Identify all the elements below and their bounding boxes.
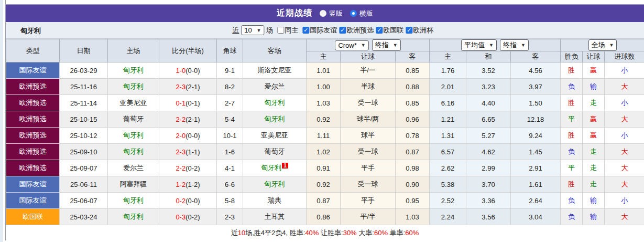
col-header-avg-draw: 和 bbox=[466, 51, 511, 62]
away-team-name: 亚美尼亚 bbox=[261, 131, 288, 139]
league-label: 欧洲杯 bbox=[413, 26, 433, 35]
page: 近期战绩 竖版 横版 匈牙利 近 10 ▼ 场 同主 bbox=[0, 0, 644, 242]
away-team: 匈牙利 bbox=[243, 111, 307, 128]
handicap-result-label: 输 bbox=[583, 79, 605, 95]
corner-count: 4-1 bbox=[217, 160, 243, 176]
same-home-checkbox[interactable]: 同主 bbox=[277, 26, 298, 35]
summary-highlight: 30% bbox=[343, 229, 357, 237]
match-date: 25-10-12 bbox=[60, 128, 108, 144]
score-cell: 2-3(1-1) bbox=[159, 144, 217, 160]
bookmaker-select[interactable]: Crow* ▼ bbox=[335, 40, 368, 50]
col-header-type: 类型 bbox=[6, 39, 60, 62]
league-checkbox[interactable]: ✓欧洲预选 bbox=[339, 26, 374, 35]
checkbox-checked-icon[interactable]: ✓ bbox=[406, 27, 412, 34]
near-link[interactable]: 近 bbox=[232, 26, 239, 35]
score-cell: 2-2(2-1) bbox=[159, 111, 217, 128]
competition-badge: 欧洲预选 bbox=[6, 160, 60, 176]
match-count-select[interactable]: 10 ▼ bbox=[241, 25, 264, 35]
fulltime-score: 2-0 bbox=[176, 132, 185, 140]
handicap-result-label: 赢 bbox=[583, 62, 605, 79]
results-body: 国际友谊26-03-29匈牙利1-0(0-0)9-1斯洛文尼亚1.01半/一0.… bbox=[6, 62, 644, 225]
summary-highlight: 60% bbox=[405, 229, 419, 237]
handicap-away-odds: 0.78 bbox=[396, 128, 430, 144]
match-row: 欧洲预选25-09-10匈牙利2-3(1-1)1-6葡萄牙1.02受一球0.87… bbox=[6, 144, 644, 160]
handicap-result-label: 走 bbox=[583, 176, 605, 193]
corner-count: 9-1 bbox=[217, 62, 243, 79]
away-team: 匈牙利 bbox=[243, 176, 307, 193]
same-home-label: 同主 bbox=[285, 26, 298, 35]
team-name: 匈牙利 bbox=[20, 26, 41, 36]
competition-badge: 国际友谊 bbox=[6, 193, 60, 209]
radio-checked-icon[interactable] bbox=[350, 10, 357, 17]
avg-away-odds: 9.24 bbox=[511, 128, 561, 144]
checkbox-checked-icon[interactable]: ✓ bbox=[376, 27, 383, 34]
handicap-result-label: 输 bbox=[583, 193, 605, 209]
bookmaker-time-select[interactable]: 终指 ▼ bbox=[372, 39, 401, 51]
avg-draw-odds: 2.99 bbox=[466, 160, 511, 176]
handicap-line: 球半/两 bbox=[341, 111, 396, 128]
goals-result-label: 小 bbox=[605, 62, 644, 79]
score-cell: 0-2(0-0) bbox=[159, 193, 217, 209]
away-team-name: 葡萄牙 bbox=[265, 148, 285, 155]
home-team-name: 葡萄牙 bbox=[123, 115, 144, 123]
chevron-down-icon: ▼ bbox=[521, 43, 526, 48]
halftime-score: (0-0) bbox=[185, 197, 200, 205]
halftime-score: (1-1) bbox=[185, 148, 200, 156]
home-team: 匈牙利 bbox=[108, 79, 159, 95]
league-checkbox[interactable]: ✓国际友谊 bbox=[302, 26, 337, 35]
section-title: 近期战绩 bbox=[277, 8, 312, 19]
home-team-name: 匈牙利 bbox=[123, 148, 144, 155]
average-select-group: 平均值 ▼ 终指 ▼ bbox=[430, 39, 561, 51]
result-label: 平 bbox=[561, 160, 583, 176]
corner-count: 2-3 bbox=[217, 209, 243, 225]
average-select[interactable]: 平均值 ▼ bbox=[461, 39, 497, 51]
checkbox-checked-icon[interactable]: ✓ bbox=[302, 27, 309, 34]
handicap-away-odds: 0.90 bbox=[396, 176, 430, 193]
halftime-score: (0-0) bbox=[185, 67, 200, 75]
chevron-down-icon: ▼ bbox=[256, 28, 261, 33]
score-cell: 0-1(0-1) bbox=[159, 95, 217, 111]
league-checkbox[interactable]: ✓欧洲杯 bbox=[406, 26, 433, 35]
col-header-corner: 角球 bbox=[217, 39, 243, 62]
layout-radio-vertical[interactable]: 竖版 bbox=[320, 9, 343, 18]
fulltime-score: 2-3 bbox=[176, 148, 185, 156]
away-team: 匈牙利1 bbox=[243, 160, 307, 176]
handicap-away-odds: 0.98 bbox=[396, 160, 430, 176]
home-team: 匈牙利 bbox=[108, 128, 159, 144]
league-checkbox[interactable]: ✓欧国联 bbox=[376, 26, 403, 35]
summary-segment: 大率: bbox=[357, 229, 374, 237]
col-header-date: 日期 bbox=[60, 39, 108, 62]
match-date: 26-03-29 bbox=[60, 62, 108, 79]
handicap-result-label: 走 bbox=[583, 160, 605, 176]
average-time-select[interactable]: 终指 ▼ bbox=[500, 39, 529, 51]
away-team-name: 匈牙利 bbox=[265, 99, 285, 107]
competition-badge: 欧洲预选 bbox=[6, 111, 60, 128]
col-header-handicap-line: 让球 bbox=[341, 51, 396, 62]
avg-home-odds: 1.76 bbox=[430, 62, 466, 79]
match-row: 国际友谊25-06-11阿塞拜疆1-2(1-2)6-6匈牙利0.92受一球0.9… bbox=[6, 176, 644, 193]
handicap-home-odds: 0.92 bbox=[307, 176, 341, 193]
home-team-name: 亚美尼亚 bbox=[120, 99, 147, 107]
scope-select[interactable]: 全场 ▼ bbox=[588, 39, 617, 51]
match-row: 国际友谊26-03-29匈牙利1-0(0-0)9-1斯洛文尼亚1.01半/一0.… bbox=[6, 62, 644, 79]
score-cell: 0-3(0-2) bbox=[159, 209, 217, 225]
goals-result-label: 小 bbox=[605, 128, 644, 144]
radio-unchecked-icon[interactable] bbox=[320, 10, 326, 17]
goals-result-label: 小 bbox=[605, 193, 644, 209]
avg-draw-odds: 3.52 bbox=[466, 62, 511, 79]
match-date: 25-09-07 bbox=[60, 160, 108, 176]
halftime-score: (0-0) bbox=[185, 132, 200, 140]
score-cell: 2-0(0-0) bbox=[159, 128, 217, 144]
layout-radio-horizontal[interactable]: 横版 bbox=[350, 9, 373, 18]
match-row: 国际友谊25-06-07匈牙利0-2(0-0)5-8瑞典0.87平手0.952.… bbox=[6, 193, 644, 209]
checkbox-checked-icon[interactable]: ✓ bbox=[339, 27, 346, 34]
fulltime-score: 1-2 bbox=[176, 181, 185, 188]
result-label: 负 bbox=[561, 79, 583, 95]
result-label: 负 bbox=[561, 209, 583, 225]
handicap-away-odds: 0.88 bbox=[396, 79, 430, 95]
handicap-line: 平/半 bbox=[341, 209, 396, 225]
checkbox-unchecked-icon[interactable] bbox=[277, 27, 284, 34]
competition-badge: 欧洲预选 bbox=[6, 95, 60, 111]
avg-home-odds: 2.52 bbox=[430, 193, 466, 209]
fulltime-score: 2-3 bbox=[176, 83, 185, 91]
